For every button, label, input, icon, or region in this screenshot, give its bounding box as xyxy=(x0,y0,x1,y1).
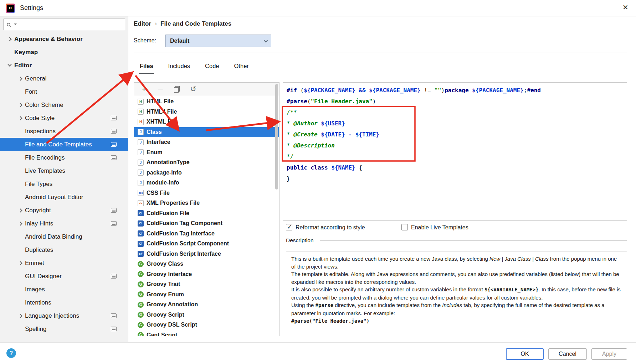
search-input[interactable] xyxy=(20,21,122,27)
chevron-right-icon[interactable] xyxy=(18,208,22,212)
chevron-right-icon[interactable] xyxy=(18,261,22,265)
xml-file-icon xyxy=(138,200,144,206)
template-item[interactable]: HTML File xyxy=(134,97,279,107)
settings-sidebar: Appearance & BehaviorKeymapEditorGeneral… xyxy=(0,16,128,342)
groovy-file-icon xyxy=(138,322,144,328)
template-item[interactable]: Groovy DSL Script xyxy=(134,320,279,330)
tree-item[interactable]: Duplicates xyxy=(0,243,128,256)
template-item[interactable]: XML Properties File xyxy=(134,198,279,208)
template-item[interactable]: Groovy Class xyxy=(134,259,279,269)
scheme-select[interactable]: Default xyxy=(165,35,271,47)
template-item[interactable]: Groovy Script xyxy=(134,310,279,320)
template-item[interactable]: Class xyxy=(134,127,279,137)
tree-item[interactable]: Appearance & Behavior xyxy=(0,32,128,46)
template-item[interactable]: CSS File xyxy=(134,188,279,198)
tree-item[interactable]: Editor xyxy=(0,59,128,72)
chevron-right-icon[interactable] xyxy=(18,116,22,120)
tab-other[interactable]: Other xyxy=(234,61,250,74)
reformat-checkbox[interactable] xyxy=(286,224,292,230)
settings-search-box[interactable] xyxy=(3,19,125,30)
tab-files[interactable]: Files xyxy=(139,61,154,74)
tab-code[interactable]: Code xyxy=(204,61,220,74)
cf-file-icon xyxy=(138,230,144,236)
tree-item[interactable]: Spelling xyxy=(0,322,128,336)
apply-button: Apply xyxy=(591,348,627,360)
chevron-right-icon[interactable] xyxy=(7,37,11,41)
reformat-label[interactable]: Reformat according to style xyxy=(296,224,365,231)
tree-item[interactable]: General xyxy=(0,72,128,85)
chevron-right-icon[interactable] xyxy=(18,222,22,225)
breadcrumb-item[interactable]: File and Code Templates xyxy=(160,20,231,27)
tree-item[interactable]: Color Scheme xyxy=(0,98,128,111)
remove-icon[interactable] xyxy=(156,85,165,94)
template-item[interactable]: Groovy Annotation xyxy=(134,300,279,310)
list-toolbar xyxy=(134,83,279,96)
template-item[interactable]: ColdFusion Script Interface xyxy=(134,249,279,259)
tree-item[interactable]: Android Layout Editor xyxy=(0,191,128,204)
template-item-label: HTML4 File xyxy=(147,109,177,115)
template-item[interactable]: Gant Script xyxy=(134,330,279,336)
template-item-label: Groovy Enum xyxy=(147,291,184,298)
tree-item[interactable]: Font xyxy=(0,85,128,98)
reset-icon[interactable] xyxy=(189,85,198,94)
cancel-button[interactable]: Cancel xyxy=(548,348,587,360)
tree-item[interactable]: Inspections xyxy=(0,125,128,138)
tree-item[interactable]: Android Data Binding xyxy=(0,230,128,243)
live-templates-label[interactable]: Enable Live Templates xyxy=(411,224,468,231)
template-item[interactable]: ColdFusion Script Component xyxy=(134,239,279,249)
template-item[interactable]: Groovy Enum xyxy=(134,290,279,300)
close-icon[interactable]: × xyxy=(623,2,628,12)
tree-item[interactable]: Keymap xyxy=(0,46,128,59)
tree-item[interactable]: Images xyxy=(0,283,128,296)
template-item[interactable]: AnnotationType xyxy=(134,157,279,168)
java-file-icon xyxy=(138,139,144,145)
template-item[interactable]: XHTML File xyxy=(134,117,279,127)
chevron-down-icon[interactable] xyxy=(7,62,11,66)
template-editor[interactable]: #if (${PACKAGE_NAME} && ${PACKAGE_NAME} … xyxy=(283,82,627,221)
code-line: * @Author ${USER} xyxy=(287,118,623,129)
list-scrollbar[interactable] xyxy=(275,84,278,189)
chevron-right-icon[interactable] xyxy=(18,103,22,107)
search-history-chevron-icon[interactable] xyxy=(14,24,17,25)
tree-item[interactable]: Code Style xyxy=(0,111,128,125)
live-templates-checkbox[interactable] xyxy=(401,224,408,230)
template-item-label: Enum xyxy=(147,149,162,156)
tree-item[interactable]: Copyright xyxy=(0,204,128,217)
template-item[interactable]: Interface xyxy=(134,137,279,147)
tab-includes[interactable]: Includes xyxy=(168,61,191,74)
chevron-right-icon[interactable] xyxy=(18,77,22,80)
breadcrumb-item[interactable]: Editor xyxy=(134,20,151,27)
tree-item-label: File and Code Templates xyxy=(25,141,92,148)
tree-item[interactable]: Language Injections xyxy=(0,309,128,322)
window-title: Settings xyxy=(20,4,43,12)
template-item[interactable]: ColdFusion File xyxy=(134,208,279,219)
chevron-right-icon[interactable] xyxy=(18,314,22,318)
tree-item[interactable]: GUI Designer xyxy=(0,270,128,283)
template-item[interactable]: Enum xyxy=(134,147,279,158)
template-item[interactable]: HTML4 File xyxy=(134,107,279,117)
tree-item[interactable]: File and Code Templates xyxy=(0,138,128,151)
tree-item-label: Android Layout Editor xyxy=(25,194,83,201)
template-item[interactable]: module-info xyxy=(134,178,279,188)
ok-button[interactable]: OK xyxy=(506,348,544,360)
code-line: #parse("File Header.java") xyxy=(287,96,623,107)
template-item-label: ColdFusion Tag Interface xyxy=(147,230,215,237)
java-file-icon xyxy=(138,180,144,186)
tree-item[interactable]: Emmet xyxy=(0,256,128,270)
template-item[interactable]: ColdFusion Tag Interface xyxy=(134,229,279,239)
tree-item-label: Duplicates xyxy=(25,246,53,254)
tree-item[interactable]: File Encodings xyxy=(0,151,128,164)
template-item[interactable]: package-info xyxy=(134,168,279,178)
per-project-settings-icon xyxy=(111,327,117,331)
help-icon[interactable]: ? xyxy=(6,348,16,358)
tree-item[interactable]: Inlay Hints xyxy=(0,217,128,230)
tree-item[interactable]: Intentions xyxy=(0,296,128,309)
template-item[interactable]: Groovy Interface xyxy=(134,269,279,280)
add-icon[interactable] xyxy=(140,85,148,94)
copy-icon[interactable] xyxy=(173,85,181,94)
tree-item[interactable]: File Types xyxy=(0,177,128,191)
tree-item[interactable]: Live Templates xyxy=(0,164,128,177)
template-item[interactable]: ColdFusion Tag Component xyxy=(134,218,279,229)
tree-item-label: Spelling xyxy=(25,326,47,333)
template-item[interactable]: Groovy Trait xyxy=(134,279,279,290)
